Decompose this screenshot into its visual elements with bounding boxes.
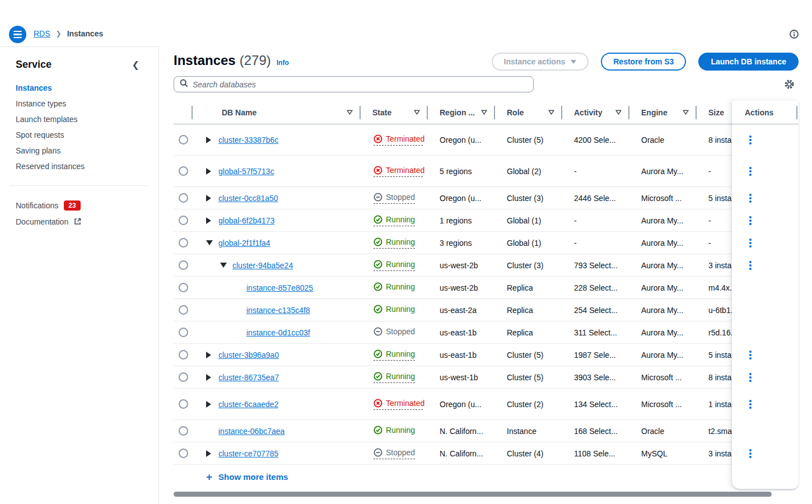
search-input[interactable] xyxy=(193,80,528,89)
engine-cell: Aurora My... xyxy=(629,283,697,292)
db-name-link[interactable]: instance-857e8025 xyxy=(246,283,313,292)
table-row: global-2f1f1fa4Running3 regionsGlobal (1… xyxy=(174,232,799,254)
db-name-link[interactable]: instance-0d1cc03f xyxy=(246,328,310,337)
row-actions-kebab[interactable] xyxy=(747,371,754,384)
row-actions-kebab[interactable] xyxy=(747,214,754,227)
sidebar-item-instance-types[interactable]: Instance types xyxy=(16,96,143,111)
actions-cell xyxy=(732,366,799,389)
sort-icon[interactable] xyxy=(481,110,495,115)
expand-toggle-icon[interactable] xyxy=(206,168,213,175)
db-name-link[interactable]: global-2f1f1fa4 xyxy=(218,239,270,248)
db-name-link[interactable]: instance-06bc7aea xyxy=(218,427,284,436)
row-select-radio[interactable] xyxy=(179,328,188,337)
breadcrumb-rds-link[interactable]: RDS xyxy=(34,29,50,38)
row-actions-kebab[interactable] xyxy=(747,133,754,147)
row-select-radio[interactable] xyxy=(179,350,188,360)
sort-icon[interactable] xyxy=(548,110,562,115)
row-select-radio[interactable] xyxy=(179,166,188,176)
state-indicator[interactable]: Terminated xyxy=(374,165,423,178)
row-select-radio[interactable] xyxy=(179,305,188,315)
region-cell: 1 regions xyxy=(428,216,495,225)
row-select-radio[interactable] xyxy=(179,135,188,144)
state-indicator[interactable]: Running xyxy=(374,259,415,272)
state-indicator[interactable]: Terminated xyxy=(374,134,423,146)
row-select-radio[interactable] xyxy=(179,238,188,248)
triangle-right-icon xyxy=(206,168,211,175)
activity-cell: 311 Select... xyxy=(562,328,629,337)
settings-gear-icon[interactable] xyxy=(783,78,795,92)
sidebar-item-saving-plans[interactable]: Saving plans xyxy=(16,143,143,158)
role-cell: Replica xyxy=(495,283,562,292)
row-actions-kebab[interactable] xyxy=(747,236,754,250)
activity-cell: 1108 Sele... xyxy=(562,449,629,458)
db-name-link[interactable]: global-57f5713c xyxy=(218,167,274,176)
horizontal-scrollbar[interactable] xyxy=(174,492,772,497)
info-link[interactable]: Info xyxy=(277,59,289,67)
row-select-radio[interactable] xyxy=(179,399,188,409)
expand-toggle-icon[interactable] xyxy=(206,240,213,245)
db-name-link[interactable]: cluster-3b96a9a0 xyxy=(218,351,279,360)
sidebar-collapse-icon[interactable]: ❮ xyxy=(129,58,143,71)
expand-toggle-icon[interactable] xyxy=(206,352,213,358)
sidebar-item-notifications[interactable]: Notifications 23 xyxy=(16,197,143,213)
db-name-link[interactable]: global-6f2b4173 xyxy=(218,216,274,225)
region-cell: Oregon (u... xyxy=(428,136,495,144)
sidebar-item-documentation[interactable]: Documentation xyxy=(16,213,143,230)
db-name-link[interactable]: cluster-33387b6c xyxy=(218,136,278,144)
row-actions-kebab[interactable] xyxy=(747,398,754,411)
row-select-radio[interactable] xyxy=(179,260,188,270)
instance-actions-button[interactable]: Instance actions xyxy=(492,53,589,71)
expand-toggle-icon[interactable] xyxy=(206,374,213,381)
expand-toggle-icon[interactable] xyxy=(206,450,213,457)
state-indicator[interactable]: Running xyxy=(374,214,415,227)
state-indicator: Running xyxy=(374,425,415,437)
expand-toggle-icon[interactable] xyxy=(206,217,213,224)
sidebar-item-spot-requests[interactable]: Spot requests xyxy=(16,127,143,143)
row-actions-kebab[interactable] xyxy=(747,447,754,460)
expand-toggle-icon[interactable] xyxy=(206,137,213,143)
db-name-cell: cluster-6caaede2 xyxy=(193,400,361,409)
expand-toggle-icon[interactable] xyxy=(206,401,213,408)
sidebar-item-reserved-instances[interactable]: Reserved instances xyxy=(16,158,143,174)
column-label: Size xyxy=(697,108,724,117)
state-indicator[interactable]: Running xyxy=(374,237,415,249)
row-select-radio[interactable] xyxy=(179,449,188,458)
restore-from-s3-button[interactable]: Restore from S3 xyxy=(601,53,686,71)
row-select-radio[interactable] xyxy=(179,216,188,225)
state-indicator[interactable]: Running xyxy=(374,349,415,361)
db-name-link[interactable]: cluster-94ba5e24 xyxy=(232,261,293,270)
show-more-items[interactable]: + Show more items xyxy=(174,465,799,489)
state-indicator[interactable]: Stopped xyxy=(374,447,415,460)
state-label: Running xyxy=(386,214,415,225)
sort-icon[interactable] xyxy=(414,110,428,115)
db-name-cell: instance-857e8025 xyxy=(193,283,361,292)
expand-toggle-icon[interactable] xyxy=(206,195,213,202)
row-select-radio[interactable] xyxy=(179,426,188,436)
sidebar-item-launch-templates[interactable]: Launch templates xyxy=(16,111,143,127)
db-name-link[interactable]: cluster-86735ea7 xyxy=(218,373,279,382)
db-name-link[interactable]: cluster-6caaede2 xyxy=(218,400,278,409)
row-select-radio[interactable] xyxy=(179,372,188,382)
sidebar-item-instances[interactable]: Instances xyxy=(16,80,143,96)
sort-icon[interactable] xyxy=(615,110,629,115)
row-actions-kebab[interactable] xyxy=(747,165,754,178)
info-circle-icon[interactable] xyxy=(789,29,799,41)
sort-icon[interactable] xyxy=(683,110,697,115)
rds-instances-page: RDS ❯ Instances Service ❮ InstancesInsta… xyxy=(0,0,812,504)
row-actions-kebab[interactable] xyxy=(747,348,754,362)
expand-toggle-icon[interactable] xyxy=(220,263,227,268)
row-select-radio[interactable] xyxy=(179,283,188,292)
row-actions-kebab[interactable] xyxy=(747,192,754,205)
row-select-cell xyxy=(174,305,193,315)
state-indicator[interactable]: Running xyxy=(374,371,415,384)
menu-hamburger-icon[interactable] xyxy=(9,26,26,43)
state-indicator[interactable]: Terminated xyxy=(374,398,423,410)
row-select-radio[interactable] xyxy=(179,193,188,203)
row-actions-kebab[interactable] xyxy=(747,259,754,272)
launch-db-instance-button[interactable]: Launch DB instance xyxy=(698,53,799,71)
sort-icon[interactable] xyxy=(347,110,361,115)
db-name-link[interactable]: instance-c135c4f8 xyxy=(246,306,310,315)
state-indicator[interactable]: Stopped xyxy=(374,192,415,204)
db-name-link[interactable]: cluster-ce707785 xyxy=(218,449,278,458)
db-name-link[interactable]: cluster-0cc81a50 xyxy=(218,194,278,203)
